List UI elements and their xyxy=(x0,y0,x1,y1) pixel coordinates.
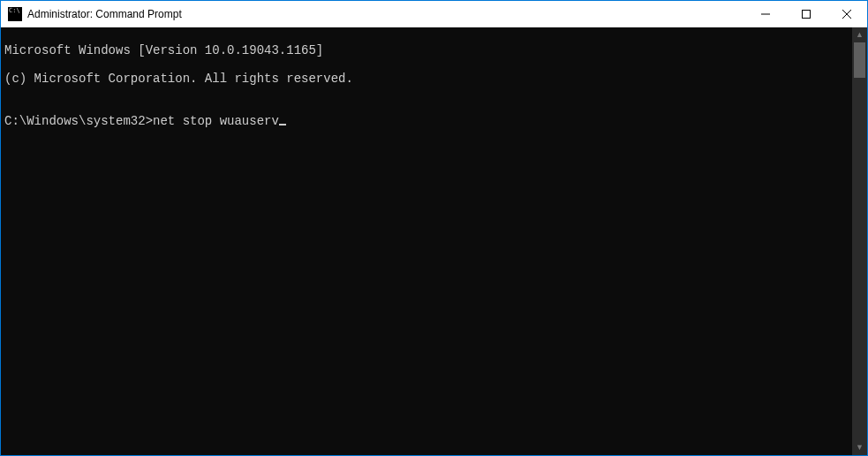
terminal-line: Microsoft Windows [Version 10.0.19043.11… xyxy=(4,43,849,57)
close-icon xyxy=(842,10,851,19)
terminal-line: (c) Microsoft Corporation. All rights re… xyxy=(4,72,849,86)
window-title: Administrator: Command Prompt xyxy=(27,8,745,20)
svg-rect-1 xyxy=(803,11,811,19)
typed-command: net stop wuauserv xyxy=(153,114,279,128)
prompt-path: C:\Windows\system32> xyxy=(4,114,153,128)
close-button[interactable] xyxy=(826,1,867,27)
terminal-area: Microsoft Windows [Version 10.0.19043.11… xyxy=(1,27,867,455)
chevron-up-icon: ▲ xyxy=(856,31,864,39)
terminal-prompt-line: C:\Windows\system32>net stop wuauserv xyxy=(4,114,849,128)
cmd-icon xyxy=(8,7,22,21)
window-controls xyxy=(745,1,867,27)
scrollbar-down-button[interactable]: ▼ xyxy=(852,440,867,455)
minimize-button[interactable] xyxy=(745,1,786,27)
titlebar[interactable]: Administrator: Command Prompt xyxy=(1,1,867,27)
scrollbar-up-button[interactable]: ▲ xyxy=(852,27,867,42)
chevron-down-icon: ▼ xyxy=(856,444,864,452)
scrollbar-thumb[interactable] xyxy=(854,42,865,78)
terminal-output[interactable]: Microsoft Windows [Version 10.0.19043.11… xyxy=(1,27,852,455)
vertical-scrollbar[interactable]: ▲ ▼ xyxy=(852,27,867,455)
minimize-icon xyxy=(761,10,770,19)
text-cursor xyxy=(279,124,286,125)
maximize-button[interactable] xyxy=(786,1,826,27)
maximize-icon xyxy=(802,10,811,19)
command-prompt-window: Administrator: Command Prompt Microsoft … xyxy=(1,1,867,455)
